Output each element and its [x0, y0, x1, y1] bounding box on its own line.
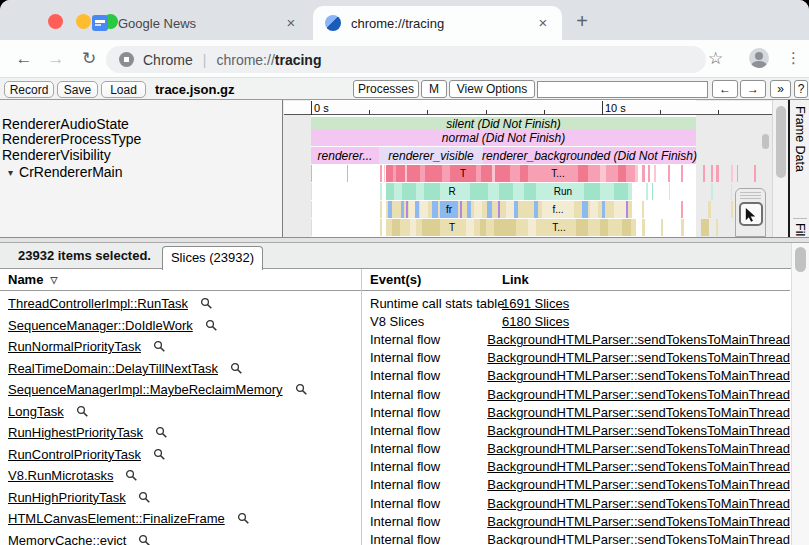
counter-segment[interactable]: silent (Did Not Finish) — [311, 117, 696, 130]
slice-name-link[interactable]: RealTimeDomain::DelayTillNextTask — [8, 361, 218, 376]
magnifier-icon[interactable] — [295, 383, 308, 396]
trace-slice[interactable] — [495, 165, 510, 182]
magnifier-icon[interactable] — [138, 534, 151, 545]
trace-slice[interactable] — [510, 165, 520, 182]
trace-slice[interactable] — [415, 201, 419, 218]
help-button[interactable]: ? — [794, 80, 808, 98]
panel-scrollbar[interactable] — [791, 243, 809, 545]
panel-scrollbar-thumb[interactable] — [795, 247, 806, 272]
reload-icon[interactable]: ↻ — [77, 47, 101, 71]
trace-slice[interactable] — [731, 201, 733, 218]
trace-slice[interactable] — [534, 201, 538, 218]
trace-slice[interactable] — [703, 165, 705, 182]
magnifier-icon[interactable] — [153, 448, 166, 461]
trace-slice[interactable] — [711, 165, 713, 182]
trace-slice[interactable] — [716, 165, 719, 182]
trace-slice[interactable] — [606, 165, 618, 182]
counter-segment[interactable]: normal (Did Not Finish) — [311, 130, 696, 146]
magnifier-icon[interactable] — [155, 426, 168, 439]
trace-slice[interactable] — [582, 201, 588, 218]
trace-slice[interactable] — [681, 165, 683, 182]
omnibox[interactable]: Chrome | chrome:// tracing — [106, 46, 706, 73]
slice-name-link[interactable]: V8.RunMicrotasks — [8, 468, 113, 483]
tab-tracing[interactable]: chrome://tracing × — [313, 6, 562, 40]
trace-slice[interactable] — [731, 165, 733, 182]
trace-slice[interactable] — [602, 201, 605, 218]
jump-button[interactable]: » — [770, 80, 791, 98]
trace-slice[interactable] — [731, 183, 732, 200]
browser-menu-icon[interactable]: ⋮ — [786, 49, 801, 67]
trace-slice[interactable] — [311, 183, 312, 200]
trace-slice[interactable] — [622, 219, 631, 236]
close-window-button[interactable] — [48, 14, 63, 29]
trace-slice[interactable]: T — [440, 219, 464, 236]
event-link[interactable]: 1691 Slices — [502, 296, 569, 311]
trace-slice[interactable] — [701, 219, 709, 236]
event-link[interactable]: BackgroundHTMLParser::sendTokensToMainTh… — [487, 368, 790, 383]
trace-slice[interactable] — [506, 201, 514, 218]
event-link[interactable]: BackgroundHTMLParser::sendTokensToMainTh… — [487, 514, 790, 529]
tab-frame-data[interactable]: Frame Data — [793, 106, 807, 172]
drag-grip-icon[interactable] — [740, 192, 761, 200]
trace-slice[interactable] — [480, 219, 486, 236]
event-link[interactable]: BackgroundHTMLParser::sendTokensToMainTh… — [487, 423, 790, 438]
counter-segment[interactable]: renderer_backgrounded (Did Not Finish) — [483, 147, 696, 164]
track-label-renderer-visibility[interactable]: RendererVisibility — [2, 147, 111, 163]
trace-slice[interactable] — [432, 201, 438, 218]
view-options-button[interactable]: View Options — [449, 80, 535, 98]
trace-slice[interactable] — [474, 201, 482, 218]
trace-slice[interactable] — [754, 165, 756, 182]
trace-slice[interactable] — [347, 165, 348, 182]
slice-name-link[interactable]: RunControlPriorityTask — [8, 447, 141, 462]
trace-slice[interactable] — [424, 183, 440, 200]
find-input[interactable] — [537, 81, 708, 98]
trace-slice[interactable] — [708, 201, 711, 218]
find-previous-button[interactable]: ← — [712, 80, 738, 98]
name-column-header[interactable]: Name — [8, 272, 43, 287]
trace-slice[interactable] — [422, 219, 440, 236]
trace-slice[interactable] — [384, 165, 385, 182]
metrics-button[interactable]: M — [421, 80, 447, 98]
event-link[interactable]: BackgroundHTMLParser::sendTokensToMainTh… — [487, 532, 790, 545]
trace-slice[interactable]: R — [440, 183, 464, 200]
trace-slice[interactable] — [642, 219, 645, 236]
trace-slice[interactable] — [494, 219, 516, 236]
trace-slice[interactable] — [600, 219, 608, 236]
trace-slice[interactable]: T... — [538, 165, 578, 182]
magnifier-icon[interactable] — [205, 319, 218, 332]
trace-slice[interactable] — [311, 219, 312, 236]
back-icon[interactable]: ← — [12, 47, 36, 71]
trace-slice[interactable] — [460, 201, 462, 218]
trace-slice[interactable] — [642, 201, 644, 218]
slice-name-link[interactable]: SequenceManager::DoIdleWork — [8, 318, 193, 333]
trace-slice[interactable] — [499, 183, 513, 200]
trace-slice[interactable] — [520, 165, 528, 182]
event-link[interactable]: BackgroundHTMLParser::sendTokensToMainTh… — [487, 459, 790, 474]
trace-slice[interactable] — [380, 201, 382, 218]
selection-mode-button[interactable] — [739, 202, 763, 226]
slice-name-link[interactable]: MemoryCache::evict — [8, 533, 126, 545]
magnifier-icon[interactable] — [76, 405, 89, 418]
new-tab-button[interactable]: + — [568, 8, 596, 36]
trace-slice[interactable] — [514, 201, 518, 218]
trace-slice[interactable] — [584, 183, 600, 200]
trace-slice[interactable] — [642, 165, 645, 182]
find-next-button[interactable]: → — [740, 80, 766, 98]
trace-slice[interactable] — [386, 165, 393, 182]
trace-slice[interactable] — [590, 201, 598, 218]
magnifier-icon[interactable] — [230, 362, 243, 375]
trace-slice[interactable] — [388, 201, 392, 218]
slice-name-link[interactable]: HTMLCanvasElement::FinalizeFrame — [8, 511, 225, 526]
trace-slice[interactable] — [626, 201, 628, 218]
trace-slice[interactable] — [407, 165, 420, 182]
trace-slice[interactable] — [380, 165, 382, 182]
trace-slice[interactable]: Run — [546, 183, 580, 200]
trace-slice[interactable] — [467, 201, 471, 218]
slice-name-link[interactable]: LongTask — [8, 404, 64, 419]
collapse-arrow-icon[interactable]: ▾ — [8, 167, 13, 178]
bookmark-star-icon[interactable]: ☆ — [708, 48, 723, 69]
magnifier-icon[interactable] — [153, 340, 166, 353]
tab-google-news[interactable]: Google News × — [80, 6, 310, 40]
track-label-renderer-audio-state[interactable]: RendererAudioState — [2, 116, 129, 132]
trace-slice[interactable] — [668, 165, 670, 182]
